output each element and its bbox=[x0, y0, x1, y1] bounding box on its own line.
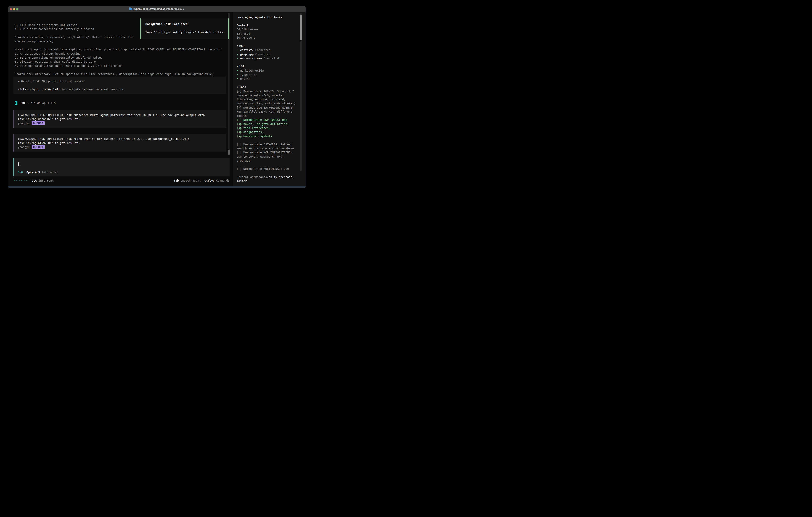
input-agent-name: OmO bbox=[18, 170, 23, 174]
transcript-line: 4. Path operations that don't handle Win… bbox=[15, 64, 222, 68]
status-dot-icon: • bbox=[237, 69, 238, 72]
lsp-item: •typescript bbox=[237, 73, 298, 77]
prompt-input[interactable]: OmO Opus 4.5 Anthropic bbox=[13, 158, 230, 176]
transcript-line: 1. Array access without bounds checking bbox=[15, 52, 222, 56]
context-section: Context 66,518 tokens33% used$0.46 spent bbox=[237, 23, 298, 40]
main-scrollbar-thumb[interactable] bbox=[228, 150, 230, 155]
todo-item: [ ] Demonstrate MULTIMODAL: Use bbox=[237, 167, 298, 171]
todo-list: [✓] Demonstrate AGENTS: Show all 7 curat… bbox=[237, 89, 298, 171]
status-dot-icon: • bbox=[237, 53, 238, 56]
context-heading: Context bbox=[237, 23, 298, 27]
message-line2: task_id="bg_dcfac161" to get results. bbox=[18, 117, 226, 121]
mcp-item: •websearch_exa Connected bbox=[237, 56, 298, 60]
message-list: [BACKGROUND TASK COMPLETED] Task "Resear… bbox=[13, 110, 226, 158]
transcript-line: 3. Division operations that could divide… bbox=[15, 60, 222, 63]
transcript-line: ⚙ call_omo_agent [subagent_type=explore,… bbox=[15, 47, 222, 51]
folder-icon bbox=[129, 8, 132, 10]
notification-body: Task "Find type safety issues" finished … bbox=[145, 30, 228, 34]
todo-heading[interactable]: ▼Todo bbox=[237, 85, 298, 89]
todo-item: [ ] Demonstrate MCP INTEGRATIONS: Use co… bbox=[237, 151, 298, 163]
hint-keys: ctrl+x right, ctrl+x left bbox=[18, 88, 60, 91]
status-dot-icon: • bbox=[237, 77, 238, 80]
context-stat-line: $0.46 spent bbox=[237, 35, 298, 39]
todo-text: Demonstrate MCP INTEGRATIONS: Use contex… bbox=[237, 151, 294, 162]
lsp-heading[interactable]: ▼LSP bbox=[237, 64, 298, 69]
oracle-task-title: ◉ Oracle Task "Deep architecture review" bbox=[18, 79, 226, 83]
collapse-icon: ▼ bbox=[237, 44, 238, 48]
zoom-window-button[interactable] bbox=[16, 8, 18, 10]
todo-checkbox: [ ] bbox=[237, 167, 243, 170]
omo-agent-icon bbox=[15, 101, 18, 105]
traffic-lights bbox=[10, 8, 18, 10]
agent-name: OmO bbox=[20, 101, 25, 105]
queued-badge: QUEUED bbox=[32, 145, 45, 149]
transcript-line: Search src/ directory. Return specific f… bbox=[15, 72, 222, 76]
input-provider-name: Anthropic bbox=[41, 170, 57, 174]
lsp-list: •markdown-oxide •typescript •eslint bbox=[237, 69, 298, 81]
background-task-message: [BACKGROUND TASK COMPLETED] Task "Find t… bbox=[13, 134, 226, 152]
esc-key-hint: esc bbox=[32, 179, 37, 183]
window-title: [OpenCode] Leveraging agents for tasks bbox=[134, 8, 182, 10]
context-stats: 66,518 tokens33% used$0.46 spent bbox=[237, 27, 298, 39]
todo-checkbox: [ ] bbox=[237, 118, 243, 121]
todo-section: ▼Todo [✓] Demonstrate AGENTS: Show all 7… bbox=[237, 85, 298, 171]
todo-text: Demonstrate MULTIMODAL: Use bbox=[243, 167, 289, 170]
todo-item: [ ] Demonstrate LSP TOOLS: Use lsp_hover… bbox=[237, 118, 298, 138]
input-model-name: Opus 4.5 bbox=[26, 170, 40, 174]
context-stat-line: 33% used bbox=[237, 32, 298, 35]
transcript-line: run_in_background=true] bbox=[15, 39, 222, 43]
lsp-item: •eslint bbox=[237, 77, 298, 81]
todo-text: Demonstrate BACKGROUND AGENTS: Run paral… bbox=[237, 106, 295, 117]
hint-text: to navigate between subagent sessions bbox=[60, 88, 124, 91]
todo-item: [✓] Demonstrate BACKGROUND AGENTS: Run p… bbox=[237, 106, 298, 118]
queued-badge: QUEUED bbox=[32, 121, 45, 125]
title-bar: [OpenCode] Leveraging agents for tasks ◐ bbox=[8, 6, 306, 12]
workspace-path-name: oh-my-opencode: bbox=[268, 175, 294, 179]
close-window-button[interactable] bbox=[10, 8, 12, 10]
message-meta: yeongyuQUEUED bbox=[18, 121, 226, 125]
minimize-window-button[interactable] bbox=[13, 8, 15, 10]
chat-main-area: 3. File handles or streams not closed4. … bbox=[8, 12, 233, 186]
message-author: yeongyu bbox=[18, 145, 30, 148]
collapse-icon: ▼ bbox=[237, 64, 238, 69]
sidebar-scrollbar-thumb[interactable] bbox=[300, 15, 302, 40]
transcript-line bbox=[15, 44, 222, 47]
transcript-line: 2. String operations on potentially unde… bbox=[15, 56, 222, 60]
todo-text: Demonstrate LSP TOOLS: Use lsp_hover, ls… bbox=[237, 118, 291, 138]
message-line1: [BACKGROUND TASK COMPLETED] Task "Resear… bbox=[18, 113, 226, 117]
app-window: [OpenCode] Leveraging agents for tasks ◐… bbox=[8, 6, 306, 188]
todo-checkbox: [✓] bbox=[237, 106, 243, 109]
oracle-task-hint: ctrl+x right, ctrl+x left to navigate be… bbox=[18, 87, 226, 91]
mcp-heading[interactable]: ▼MCP bbox=[237, 44, 298, 48]
agent-header-row: OmO · claude-opus-4-5 bbox=[15, 101, 56, 105]
tab-key-label: switch agent bbox=[180, 179, 201, 182]
mcp-list: •context7 Connected •grep_app Connected … bbox=[237, 48, 298, 60]
spinner-icon: ········· bbox=[14, 179, 29, 183]
sidebar-scrollbar-track[interactable] bbox=[300, 13, 302, 171]
todo-checkbox: [ ] bbox=[237, 151, 243, 154]
status-dot-icon: • bbox=[237, 57, 238, 60]
workspace-path: ~/local-workspaces/oh-my-opencode: maste… bbox=[237, 175, 298, 183]
window-bottom-bar bbox=[8, 186, 306, 188]
context-stat-line: 66,518 tokens bbox=[237, 27, 298, 31]
tab-key-hint: tab bbox=[174, 179, 179, 182]
message-author: yeongyu bbox=[18, 121, 30, 125]
collapse-icon: ▼ bbox=[237, 85, 238, 89]
background-task-message: [BACKGROUND TASK COMPLETED] Task "Resear… bbox=[13, 110, 226, 128]
status-bar: ········· esc interrupt tab switch agent… bbox=[14, 179, 230, 183]
lsp-item: •markdown-oxide bbox=[237, 69, 298, 73]
text-cursor bbox=[18, 162, 19, 166]
oracle-task-box: ◉ Oracle Task "Deep architecture review"… bbox=[13, 77, 226, 94]
mcp-section: ▼MCP •context7 Connected •grep_app Conne… bbox=[237, 44, 298, 60]
status-dot-icon: • bbox=[237, 48, 238, 52]
todo-text: Demonstrate AST-GREP: Pattern search and… bbox=[237, 143, 294, 150]
notification-title: Background Task Completed bbox=[145, 22, 228, 26]
ctrlp-key-hint: ctrl+p bbox=[204, 179, 214, 182]
mcp-item: •context7 Connected bbox=[237, 48, 298, 52]
todo-item: [✓] Demonstrate AGENTS: Show all 7 curat… bbox=[237, 89, 298, 106]
message-line1: [BACKGROUND TASK COMPLETED] Task "Find t… bbox=[18, 137, 226, 141]
transcript-line bbox=[15, 68, 222, 72]
session-title: Leveraging agents for tasks bbox=[237, 15, 298, 19]
todo-checkbox: [ ] bbox=[237, 143, 243, 146]
session-sidebar: Leveraging agents for tasks Context 66,5… bbox=[233, 12, 306, 186]
